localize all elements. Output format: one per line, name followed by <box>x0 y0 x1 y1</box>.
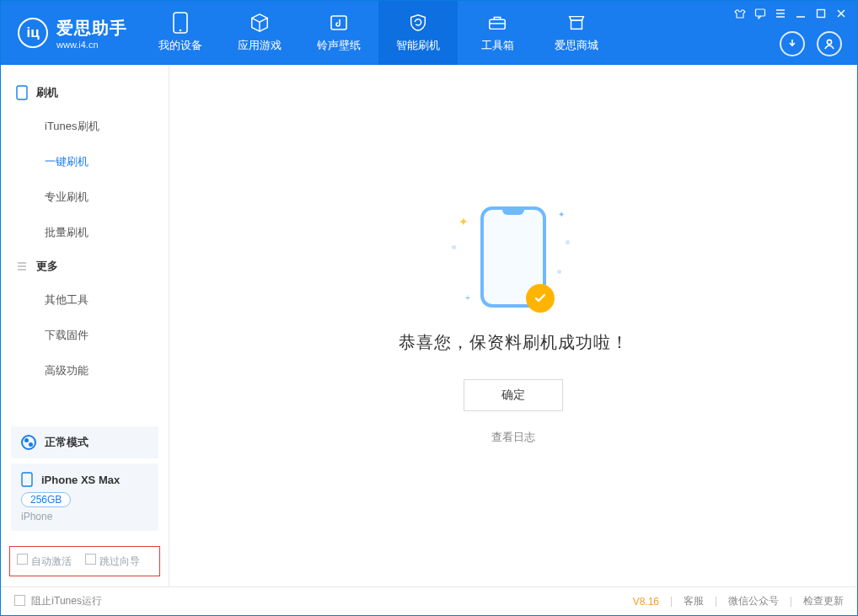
phone-icon <box>480 206 546 308</box>
sparkle-icon: + <box>465 293 470 303</box>
cube-icon <box>249 13 270 33</box>
window-controls <box>734 8 847 19</box>
nav-toolbox[interactable]: 工具箱 <box>458 1 537 65</box>
device-capacity: 256GB <box>21 492 71 507</box>
device-type: iPhone <box>21 511 148 522</box>
device-icon <box>170 13 190 33</box>
sidebar-item-batch-flash[interactable]: 批量刷机 <box>1 215 169 250</box>
checkbox-auto-activate[interactable]: 自动激活 <box>17 554 72 569</box>
checkbox-skip-wizard[interactable]: 跳过向导 <box>85 554 140 569</box>
nav-label: 我的设备 <box>158 38 202 53</box>
app-window: iц 爱思助手 www.i4.cn 我的设备 应用游戏 铃声壁纸 智能刷机 <box>0 0 858 616</box>
svg-rect-6 <box>818 10 825 18</box>
status-bar: 阻止iTunes运行 V8.16 客服 微信公众号 检查更新 <box>1 587 857 615</box>
nav-apps-games[interactable]: 应用游戏 <box>220 1 299 65</box>
sidebar-item-download-firmware[interactable]: 下载固件 <box>1 318 169 353</box>
body: 刷机 iTunes刷机 一键刷机 专业刷机 批量刷机 更多 其他工具 下载固件 … <box>1 65 857 587</box>
sidebar: 刷机 iTunes刷机 一键刷机 专业刷机 批量刷机 更多 其他工具 下载固件 … <box>1 65 169 587</box>
sidebar-item-itunes-flash[interactable]: iTunes刷机 <box>1 109 169 144</box>
sidebar-item-advanced[interactable]: 高级功能 <box>1 353 169 388</box>
svg-rect-2 <box>331 16 346 29</box>
sidebar-section-more: 更多 <box>1 250 169 282</box>
nav-label: 爱思商城 <box>555 38 598 53</box>
link-check-update[interactable]: 检查更新 <box>803 594 844 608</box>
device-name: iPhone XS Max <box>41 474 120 486</box>
mode-icon <box>21 435 36 450</box>
menu-icon[interactable] <box>775 8 786 19</box>
refresh-shield-icon <box>408 13 428 33</box>
svg-rect-5 <box>756 9 765 16</box>
sparkle-icon: ✦ <box>458 215 469 228</box>
download-button[interactable] <box>780 31 805 56</box>
nav-ringtones-wallpapers[interactable]: 铃声壁纸 <box>299 1 378 65</box>
shop-icon <box>566 13 587 33</box>
nav-my-device[interactable]: 我的设备 <box>141 1 220 65</box>
device-mode-box[interactable]: 正常模式 <box>11 426 158 458</box>
header: iц 爱思助手 www.i4.cn 我的设备 应用游戏 铃声壁纸 智能刷机 <box>1 1 857 65</box>
svg-point-7 <box>827 40 831 44</box>
sparkle-icon: ✦ <box>558 210 565 219</box>
toolbox-icon <box>487 13 507 33</box>
account-button[interactable] <box>817 31 842 56</box>
svg-rect-3 <box>490 19 505 29</box>
success-message: 恭喜您，保资料刷机成功啦！ <box>399 331 629 354</box>
device-small-icon <box>21 472 33 487</box>
svg-point-1 <box>180 29 182 32</box>
nav-label: 工具箱 <box>481 38 514 53</box>
nav-label: 应用游戏 <box>238 38 282 53</box>
link-wechat[interactable]: 微信公众号 <box>728 594 779 608</box>
success-illustration: ✦ ✦ + <box>480 206 546 308</box>
svg-rect-9 <box>22 473 32 486</box>
mode-label: 正常模式 <box>45 435 88 450</box>
nav-store[interactable]: 爱思商城 <box>537 1 616 65</box>
nav-smart-flash[interactable]: 智能刷机 <box>378 1 458 65</box>
sidebar-item-pro-flash[interactable]: 专业刷机 <box>1 179 169 215</box>
skin-icon[interactable] <box>734 8 746 19</box>
main-content: ✦ ✦ + 恭喜您，保资料刷机成功啦！ 确定 查看日志 <box>169 65 857 587</box>
link-support[interactable]: 客服 <box>684 594 704 608</box>
sidebar-item-other-tools[interactable]: 其他工具 <box>1 282 169 318</box>
checkbox-block-itunes[interactable]: 阻止iTunes运行 <box>14 594 102 608</box>
sidebar-item-one-click-flash[interactable]: 一键刷机 <box>1 144 169 179</box>
ok-button[interactable]: 确定 <box>464 379 563 411</box>
top-nav: 我的设备 应用游戏 铃声壁纸 智能刷机 工具箱 爱思商城 <box>141 1 616 65</box>
app-title: 爱思助手 <box>56 17 127 40</box>
minimize-icon[interactable] <box>795 8 807 19</box>
sidebar-section-flash: 刷机 <box>1 77 169 109</box>
logo[interactable]: iц 爱思助手 www.i4.cn <box>1 1 141 65</box>
flash-options-highlight: 自动激活 跳过向导 <box>9 546 160 576</box>
phone-outline-icon <box>16 85 28 100</box>
maximize-icon[interactable] <box>815 8 827 19</box>
music-folder-icon <box>329 13 349 33</box>
nav-label: 铃声壁纸 <box>317 38 361 53</box>
logo-icon: iц <box>18 18 48 48</box>
app-site: www.i4.cn <box>56 40 127 50</box>
view-log-link[interactable]: 查看日志 <box>491 430 535 445</box>
close-icon[interactable] <box>835 8 847 19</box>
svg-rect-4 <box>571 20 582 29</box>
list-icon <box>16 260 28 272</box>
feedback-icon[interactable] <box>754 8 766 19</box>
svg-rect-8 <box>17 86 27 99</box>
device-info-box[interactable]: iPhone XS Max 256GB iPhone <box>11 463 158 531</box>
version-label: V8.16 <box>633 596 659 608</box>
check-badge-icon <box>526 284 555 313</box>
nav-label: 智能刷机 <box>396 38 440 53</box>
header-aux-buttons <box>780 31 842 56</box>
